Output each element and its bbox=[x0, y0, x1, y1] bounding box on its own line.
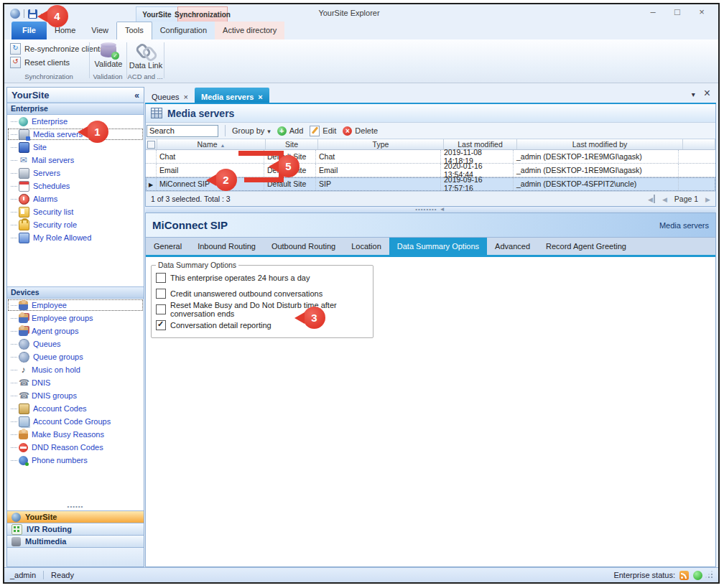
account-code-groups-icon bbox=[19, 416, 29, 427]
tab-data-summary-options[interactable]: Data Summary Options bbox=[389, 238, 487, 255]
previous-page-icon[interactable] bbox=[662, 195, 667, 203]
sidebar-item-mail-servers[interactable]: Mail servers bbox=[7, 154, 144, 167]
column-header-name[interactable]: Name bbox=[157, 139, 266, 149]
dnd-reason-codes-icon bbox=[19, 443, 28, 452]
callout-2: 2 bbox=[215, 169, 237, 191]
sidebar-item-make-busy-reasons[interactable]: Make Busy Reasons bbox=[7, 428, 144, 441]
close-button[interactable] bbox=[695, 6, 708, 17]
app-icon bbox=[10, 9, 20, 19]
next-page-icon[interactable] bbox=[705, 195, 710, 203]
sidebar-item-alarms[interactable]: Alarms bbox=[7, 192, 144, 205]
option-24-hours[interactable]: This enterprise operates 24 hours a day bbox=[156, 270, 368, 286]
employee-icon bbox=[19, 301, 28, 310]
sidebar-item-queue-groups[interactable]: Queue groups bbox=[7, 350, 144, 363]
rss-status-icon[interactable] bbox=[679, 571, 689, 580]
close-tab-icon[interactable] bbox=[184, 93, 188, 101]
option-credit-unanswered[interactable]: Credit unanswered outbound conversations bbox=[156, 286, 368, 302]
sidebar-item-dnis-groups[interactable]: DNIS groups bbox=[7, 389, 144, 402]
tab-list-dropdown-icon[interactable] bbox=[692, 87, 695, 100]
column-header-type[interactable]: Type bbox=[318, 139, 444, 149]
sidebar-item-enterprise[interactable]: Enterprise bbox=[7, 115, 144, 128]
add-button[interactable]: Add bbox=[277, 126, 304, 136]
detail-body: Data Summary Options This enterprise ope… bbox=[146, 257, 715, 566]
doc-tab-queues[interactable]: Queues bbox=[145, 88, 195, 103]
multimedia-icon bbox=[11, 537, 21, 546]
close-tab-icon[interactable] bbox=[258, 93, 262, 101]
sidebar-title-label: YourSite bbox=[11, 90, 50, 101]
current-row-indicator bbox=[149, 179, 153, 188]
delete-button[interactable]: Delete bbox=[343, 126, 378, 136]
site-icon bbox=[19, 142, 29, 153]
sidebar-item-music-on-hold[interactable]: Music on hold bbox=[7, 363, 144, 376]
minimize-button[interactable] bbox=[646, 6, 659, 17]
contextual-group-yoursite: YourSite bbox=[136, 6, 178, 22]
sidebar-item-employee-groups[interactable]: Employee groups bbox=[7, 312, 144, 325]
sidebar-item-servers[interactable]: Servers bbox=[7, 167, 144, 179]
close-document-icon[interactable] bbox=[704, 87, 710, 100]
ribbon-tab-row: File Home View Tools Configuration Activ… bbox=[4, 22, 718, 39]
group-by-button[interactable]: Group by bbox=[232, 126, 271, 135]
column-header-site[interactable]: Site bbox=[266, 139, 318, 149]
sidebar-item-media-servers[interactable]: Media servers bbox=[7, 128, 144, 141]
option-reset-make-busy[interactable]: Reset Make Busy and Do Not Disturb time … bbox=[156, 302, 368, 317]
checkbox[interactable] bbox=[156, 320, 166, 330]
sidebar-item-dnis[interactable]: DNIS bbox=[7, 376, 144, 389]
agent-groups-icon bbox=[19, 327, 28, 336]
tab-configuration[interactable]: Configuration bbox=[152, 22, 215, 39]
tab-record-agent-greeting[interactable]: Record Agent Greeting bbox=[538, 238, 634, 255]
separator bbox=[24, 9, 24, 18]
sidebar-item-phone-numbers[interactable]: Phone numbers bbox=[7, 454, 144, 467]
sidebar-item-account-codes[interactable]: Account Codes bbox=[7, 402, 144, 415]
account-codes-icon bbox=[19, 403, 29, 414]
queues-icon bbox=[19, 339, 29, 350]
page-label: Page 1 bbox=[674, 195, 698, 203]
sidebar-item-schedules[interactable]: Schedules bbox=[7, 179, 144, 192]
checkbox[interactable] bbox=[156, 273, 166, 283]
sidebar-item-employee[interactable]: Employee bbox=[7, 299, 144, 312]
tab-view[interactable]: View bbox=[83, 22, 116, 39]
checkbox[interactable] bbox=[156, 289, 166, 299]
stack-item-multimedia[interactable]: Multimedia bbox=[7, 535, 144, 547]
stack-item-yoursite[interactable]: YourSite bbox=[7, 510, 144, 523]
sidebar-item-queues[interactable]: Queues bbox=[7, 337, 144, 350]
doc-tab-media-servers[interactable]: Media servers bbox=[195, 88, 269, 103]
checkbox[interactable] bbox=[156, 304, 166, 314]
horizontal-splitter[interactable] bbox=[145, 207, 716, 213]
sidebar-item-security-list[interactable]: Security list bbox=[7, 205, 144, 218]
tab-advanced[interactable]: Advanced bbox=[487, 238, 538, 255]
ribbon-group-validation: Validation bbox=[90, 73, 125, 80]
sidebar-item-security-role[interactable]: Security role bbox=[7, 218, 144, 231]
sidebar-item-site[interactable]: Site bbox=[7, 141, 144, 154]
table-row[interactable]: Chat Default Site Chat 2019-11-08 14:18:… bbox=[146, 150, 715, 164]
sidebar-item-agent-groups[interactable]: Agent groups bbox=[7, 325, 144, 337]
sort-ascending-icon bbox=[221, 140, 226, 149]
resynchronize-clients-button[interactable]: Re-synchronize clients bbox=[10, 43, 104, 55]
security-role-icon bbox=[19, 220, 29, 230]
sidebar-item-account-code-groups[interactable]: Account Code Groups bbox=[7, 415, 144, 428]
reset-clients-button[interactable]: Reset clients bbox=[10, 57, 70, 68]
search-input[interactable] bbox=[147, 125, 218, 137]
tab-tools[interactable]: Tools bbox=[116, 22, 152, 39]
tab-location[interactable]: Location bbox=[343, 238, 389, 255]
edit-button[interactable]: Edit bbox=[310, 126, 336, 136]
sidebar-item-dnd-reason-codes[interactable]: DND Reason Codes bbox=[7, 441, 144, 454]
tab-general[interactable]: General bbox=[146, 238, 190, 255]
option-conversation-detail-reporting[interactable]: Conversation detail reporting bbox=[156, 317, 368, 333]
first-page-icon[interactable] bbox=[648, 195, 655, 203]
annotation-bracket-top bbox=[238, 151, 284, 156]
select-all-checkbox[interactable] bbox=[147, 141, 155, 149]
tab-file[interactable]: File bbox=[11, 22, 47, 39]
save-icon[interactable] bbox=[28, 9, 37, 19]
tab-inbound-routing[interactable]: Inbound Routing bbox=[190, 238, 264, 255]
tab-outbound-routing[interactable]: Outbound Routing bbox=[264, 238, 343, 255]
tab-active-directory[interactable]: Active directory bbox=[215, 22, 284, 39]
resize-grip[interactable] bbox=[707, 572, 713, 578]
sidebar-splitter[interactable] bbox=[7, 505, 144, 510]
column-header-last-modified-by[interactable]: Last modified by bbox=[517, 139, 683, 149]
sidebar-item-my-role-allowed[interactable]: My Role Allowed bbox=[7, 231, 144, 244]
stack-item-ivr-routing[interactable]: IVR Routing bbox=[7, 523, 144, 535]
list-panel-title: Media servers bbox=[167, 108, 234, 119]
callout-5: 5 bbox=[277, 155, 300, 177]
maximize-button[interactable] bbox=[671, 6, 684, 17]
sidebar-collapse-icon[interactable] bbox=[134, 90, 139, 101]
